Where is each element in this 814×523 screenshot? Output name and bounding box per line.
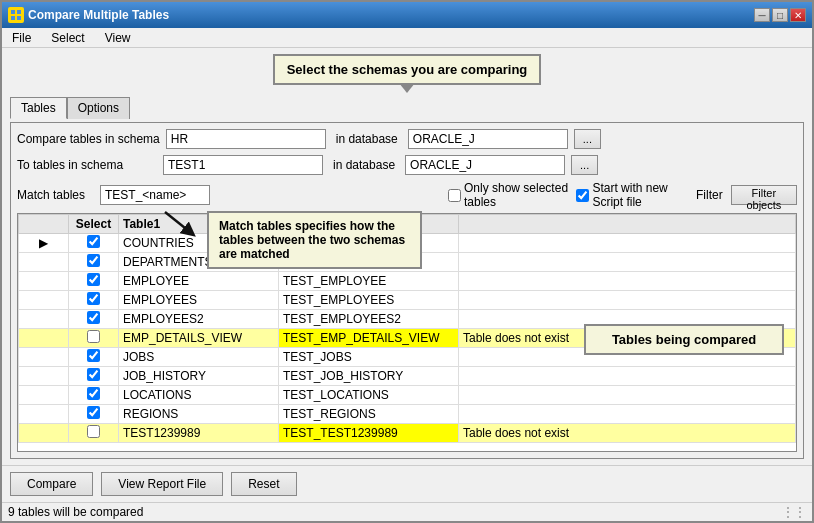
row-checkbox-cell	[69, 424, 119, 443]
to-browse-button[interactable]: ...	[571, 155, 598, 175]
svg-rect-0	[11, 10, 15, 14]
menu-file[interactable]: File	[6, 30, 37, 46]
row-status	[459, 367, 796, 386]
to-db-input[interactable]	[405, 155, 565, 175]
bottom-bar: Compare View Report File Reset	[2, 465, 812, 502]
row-table1: JOB_HISTORY	[119, 367, 279, 386]
row-checkbox[interactable]	[87, 273, 100, 286]
row-table1: TEST1239989	[119, 424, 279, 443]
compare-button[interactable]: Compare	[10, 472, 93, 496]
reset-button[interactable]: Reset	[231, 472, 296, 496]
schema-row-to: To tables in schema in database ...	[17, 155, 797, 175]
row-checkbox-cell	[69, 310, 119, 329]
compare-db-input[interactable]	[408, 129, 568, 149]
svg-rect-1	[17, 10, 21, 14]
table-row: EMPLOYEESTEST_EMPLOYEES	[19, 291, 796, 310]
row-status	[459, 291, 796, 310]
view-report-button[interactable]: View Report File	[101, 472, 223, 496]
row-checkbox[interactable]	[87, 311, 100, 324]
row-checkbox[interactable]	[87, 425, 100, 438]
only-show-selected-checkbox[interactable]	[448, 189, 461, 202]
row-status	[459, 234, 796, 253]
match-callout: Match tables specifies how the tables be…	[207, 211, 422, 269]
menu-view[interactable]: View	[99, 30, 137, 46]
row-arrow	[19, 272, 69, 291]
row-checkbox[interactable]	[87, 368, 100, 381]
row-table2: TEST_JOB_HISTORY	[279, 367, 459, 386]
status-text: 9 tables will be compared	[8, 505, 143, 519]
row-table2: TEST_TEST1239989	[279, 424, 459, 443]
row-table1: EMPLOYEES2	[119, 310, 279, 329]
window-title: Compare Multiple Tables	[28, 8, 169, 22]
row-table1: REGIONS	[119, 405, 279, 424]
svg-rect-2	[11, 16, 15, 20]
row-checkbox-cell	[69, 234, 119, 253]
close-button[interactable]: ✕	[790, 8, 806, 22]
compare-browse-button[interactable]: ...	[574, 129, 601, 149]
row-table2: TEST_EMP_DETAILS_VIEW	[279, 329, 459, 348]
row-table2: TEST_EMPLOYEE	[279, 272, 459, 291]
row-table2: TEST_EMPLOYEES2	[279, 310, 459, 329]
table-row: EMPLOYEETEST_EMPLOYEE	[19, 272, 796, 291]
row-arrow	[19, 310, 69, 329]
row-checkbox[interactable]	[87, 235, 100, 248]
tab-tables[interactable]: Tables	[10, 97, 67, 119]
row-arrow	[19, 253, 69, 272]
row-table2: TEST_LOCATIONS	[279, 386, 459, 405]
match-tables-input[interactable]	[100, 185, 210, 205]
table-row: REGIONSTEST_REGIONS	[19, 405, 796, 424]
row-checkbox[interactable]	[87, 254, 100, 267]
row-status	[459, 253, 796, 272]
row-table2: TEST_JOBS	[279, 348, 459, 367]
row-checkbox[interactable]	[87, 330, 100, 343]
svg-line-4	[165, 212, 190, 232]
title-bar-left: Compare Multiple Tables	[8, 7, 169, 23]
row-table1: LOCATIONS	[119, 386, 279, 405]
compare-schema-input[interactable]	[166, 129, 326, 149]
row-arrow	[19, 291, 69, 310]
title-bar: Compare Multiple Tables ─ □ ✕	[2, 2, 812, 28]
compare-schema-label: Compare tables in schema	[17, 132, 160, 146]
tables-being-compared-callout: Tables being compared	[584, 324, 784, 355]
row-status	[459, 405, 796, 424]
row-arrow	[19, 367, 69, 386]
only-show-selected-label: Only show selected tables	[448, 181, 568, 209]
row-arrow	[19, 329, 69, 348]
col-header-select: Select	[69, 215, 119, 234]
menu-bar: File Select View	[2, 28, 812, 48]
filter-label: Filter	[696, 188, 723, 202]
menu-select[interactable]: Select	[45, 30, 90, 46]
table-row: JOB_HISTORYTEST_JOB_HISTORY	[19, 367, 796, 386]
tab-options[interactable]: Options	[67, 97, 130, 119]
row-checkbox-cell	[69, 348, 119, 367]
row-checkbox[interactable]	[87, 292, 100, 305]
row-checkbox[interactable]	[87, 406, 100, 419]
table-row: TEST1239989TEST_TEST1239989Table does no…	[19, 424, 796, 443]
row-table1: JOBS	[119, 348, 279, 367]
to-db-label: in database	[333, 158, 395, 172]
title-buttons: ─ □ ✕	[754, 8, 806, 22]
row-checkbox[interactable]	[87, 387, 100, 400]
header-callout: Select the schemas you are comparing	[273, 54, 542, 85]
status-grip-icon: ⋮⋮	[782, 505, 806, 519]
start-with-new-script-checkbox[interactable]	[576, 189, 589, 202]
row-table1: EMPLOYEES	[119, 291, 279, 310]
row-table2: TEST_EMPLOYEES	[279, 291, 459, 310]
maximize-button[interactable]: □	[772, 8, 788, 22]
row-status: Table does not exist	[459, 424, 796, 443]
filter-objects-button[interactable]: Filter objects	[731, 185, 797, 205]
row-arrow	[19, 424, 69, 443]
col-header-arrow	[19, 215, 69, 234]
row-arrow	[19, 348, 69, 367]
col-header-status	[459, 215, 796, 234]
row-checkbox-cell	[69, 291, 119, 310]
row-checkbox-cell	[69, 405, 119, 424]
minimize-button[interactable]: ─	[754, 8, 770, 22]
row-status	[459, 386, 796, 405]
to-schema-input[interactable]	[163, 155, 323, 175]
row-checkbox[interactable]	[87, 349, 100, 362]
row-table1: EMP_DETAILS_VIEW	[119, 329, 279, 348]
tab-content: Compare tables in schema in database ...…	[10, 122, 804, 459]
row-arrow	[19, 386, 69, 405]
svg-rect-3	[17, 16, 21, 20]
